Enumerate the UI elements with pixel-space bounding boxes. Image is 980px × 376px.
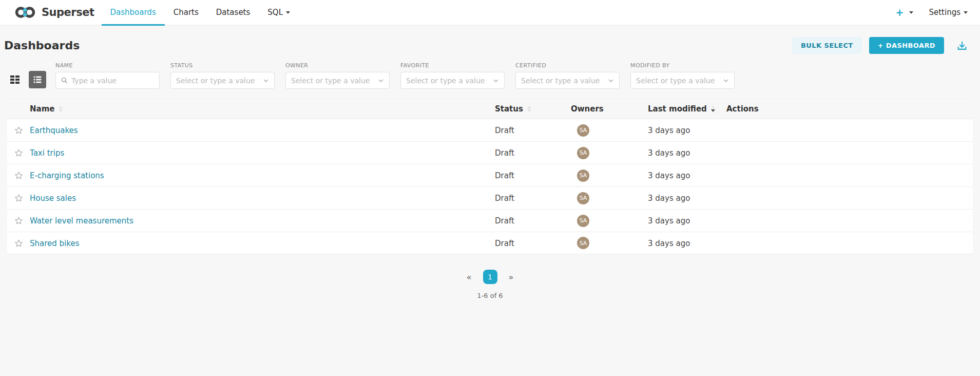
status-filter-select[interactable]: Select or type a value [170,72,275,89]
select-placeholder: Select or type a value [291,77,378,85]
dashboard-name-link[interactable]: Water level measurements [30,216,133,225]
owners-column-header: Owners [571,104,648,114]
chevron-down-icon [909,11,913,14]
last-modified-value: 3 days ago [648,148,690,158]
actions-column-header: Actions [726,104,973,114]
page-1-button[interactable]: 1 [483,270,497,284]
favorite-star-button[interactable] [7,216,30,225]
modified-by-filter-select[interactable]: Select or type a value [630,72,735,89]
owner-avatar[interactable]: SA [577,237,589,249]
sort-icon [59,106,63,112]
filter-favorite: FAVORITE Select or type a value [400,62,505,89]
filter-label: OWNER [285,62,390,69]
new-item-menu-button[interactable]: + [896,7,914,18]
top-navbar: Superset Dashboards Charts Datasets SQL … [0,0,980,26]
last-modified-column-header[interactable]: Last modified [648,104,726,114]
dashboard-name-link[interactable]: Taxi trips [30,148,64,158]
owner-avatar[interactable]: SA [577,147,589,159]
favorite-star-button[interactable] [7,148,30,157]
pagination: « 1 » [0,270,980,284]
superset-logo[interactable]: Superset [13,0,94,25]
owner-avatar[interactable]: SA [577,215,589,227]
select-placeholder: Select or type a value [176,77,263,85]
nav-item-sql[interactable]: SQL [259,0,299,25]
column-label: Actions [726,104,759,114]
dashboard-name-link[interactable]: House sales [30,194,76,203]
status-value: Draft [495,126,514,135]
chevron-down-icon [286,11,290,14]
status-value: Draft [495,194,514,203]
select-placeholder: Select or type a value [521,77,608,85]
status-value: Draft [495,171,514,180]
name-column-header[interactable]: Name [30,104,495,114]
name-search-box [55,72,160,89]
header-actions: BULK SELECT + DASHBOARD [792,37,968,54]
nav-item-datasets[interactable]: Datasets [207,0,259,25]
settings-menu-button[interactable]: Settings [929,8,968,17]
status-value: Draft [495,148,514,158]
name-filter-input[interactable] [71,77,154,85]
nav-item-label: Dashboards [110,8,156,17]
star-icon [14,126,23,135]
owner-avatar[interactable]: SA [577,170,589,182]
sort-desc-icon [711,106,715,112]
owner-avatar[interactable]: SA [577,124,589,137]
column-label: Owners [571,104,604,114]
last-modified-value: 3 days ago [648,126,690,135]
pagination-summary: 1-6 of 6 [0,292,980,299]
favorite-filter-select[interactable]: Select or type a value [400,72,505,89]
owner-filter-select[interactable]: Select or type a value [285,72,390,89]
filter-label: FAVORITE [400,62,505,69]
last-modified-value: 3 days ago [648,171,690,180]
favorite-star-button[interactable] [7,126,30,135]
filter-label: STATUS [170,62,275,69]
favorite-star-button[interactable] [7,194,30,202]
filter-bar: NAME STATUS Select or type a value OWNER… [0,61,980,98]
card-view-button[interactable] [6,71,24,88]
nav-item-label: SQL [267,8,283,17]
nav-item-label: Charts [174,8,199,17]
table-row: House sales Draft SA 3 days ago [7,186,973,209]
dashboard-name-link[interactable]: E-charging stations [30,171,104,180]
import-dashboards-button[interactable] [956,40,968,51]
filter-label: CERTIFIED [515,62,620,69]
star-icon [14,216,23,225]
owner-avatar[interactable]: SA [577,192,589,204]
dashboards-table: Name Status Owners Last modified Actions [7,98,973,254]
chevron-down-icon [378,78,384,84]
chevron-down-icon [608,78,614,84]
filter-owner: OWNER Select or type a value [285,62,390,89]
brand-name: Superset [42,6,94,18]
previous-page-button[interactable]: « [467,272,472,282]
settings-label: Settings [929,8,960,17]
column-label: Status [495,104,523,114]
next-page-button[interactable]: » [509,272,514,282]
list-view-button[interactable] [29,71,46,88]
status-value: Draft [495,239,514,248]
chevron-down-icon [964,11,968,14]
nav-item-dashboards[interactable]: Dashboards [102,0,165,25]
new-dashboard-button[interactable]: + DASHBOARD [869,37,944,54]
column-label: Name [30,104,54,114]
dashboard-name-link[interactable]: Shared bikes [30,239,79,248]
grid-view-icon [9,73,21,86]
page-header: Dashboards BULK SELECT + DASHBOARD [0,26,980,61]
favorite-star-button[interactable] [7,239,30,248]
filter-label: NAME [55,62,160,69]
table-row: Earthquakes Draft SA 3 days ago [7,119,973,141]
nav-item-charts[interactable]: Charts [165,0,207,25]
bulk-select-button[interactable]: BULK SELECT [792,37,862,54]
chevron-down-icon [493,78,499,84]
star-icon [14,148,23,157]
status-value: Draft [495,216,514,225]
table-body: Earthquakes Draft SA 3 days ago Taxi tri… [7,119,973,254]
plus-icon: + [896,7,904,18]
dashboard-name-link[interactable]: Earthquakes [30,126,78,135]
favorite-star-button[interactable] [7,171,30,180]
select-placeholder: Select or type a value [636,77,723,85]
last-modified-value: 3 days ago [648,194,690,203]
status-column-header[interactable]: Status [495,104,571,114]
nav-item-label: Datasets [216,8,251,17]
certified-filter-select[interactable]: Select or type a value [515,72,620,89]
filter-label: MODIFIED BY [630,62,735,69]
